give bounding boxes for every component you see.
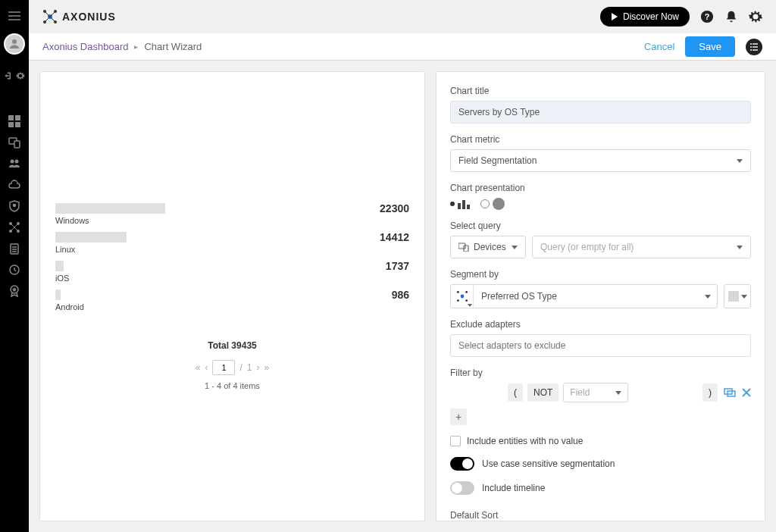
add-filter-button[interactable]: + [450, 408, 467, 425]
svg-rect-4 [8, 115, 14, 120]
hamburger-icon[interactable] [8, 11, 20, 21]
subbar: Axonius Dashboard ▸ Chart Wizard Cancel … [29, 33, 776, 61]
chart-title-input[interactable] [450, 101, 751, 124]
include-no-value-checkbox[interactable] [450, 436, 461, 446]
filter-remove-icon[interactable] [742, 388, 751, 397]
gear-icon[interactable] [16, 71, 25, 80]
case-sensitive-label: Use case sensitive segmentation [482, 458, 615, 469]
svg-rect-37 [753, 43, 758, 44]
entity-select[interactable]: Devices [450, 236, 526, 258]
include-no-value-label: Include entities with no value [467, 436, 583, 446]
svg-rect-39 [753, 46, 758, 47]
svg-point-36 [750, 43, 752, 45]
svg-point-47 [460, 295, 464, 299]
config-panel: Chart title Chart metric Field Segmentat… [436, 71, 765, 521]
login-icon[interactable] [4, 71, 13, 80]
logo-icon [42, 9, 58, 24]
devices-small-icon [458, 243, 469, 252]
svg-point-38 [750, 46, 752, 48]
last-page-icon[interactable]: » [264, 362, 270, 373]
chevron-down-icon [512, 246, 518, 249]
breadcrumb: Axonius Dashboard ▸ Chart Wizard [42, 41, 202, 52]
first-page-icon[interactable]: « [196, 362, 201, 373]
clipboard-icon[interactable] [8, 243, 20, 255]
filter-close-paren[interactable]: ) [702, 383, 718, 402]
filter-label: Filter by [450, 368, 751, 378]
exclude-adapters-input[interactable] [450, 334, 751, 357]
settings-icon[interactable] [749, 10, 762, 23]
chart-metric-select[interactable]: Field Segmentation [450, 149, 751, 172]
filter-field-select[interactable]: Field [563, 383, 628, 402]
breadcrumb-current: Chart Wizard [144, 41, 202, 52]
presentation-pie[interactable] [480, 198, 505, 210]
svg-point-50 [456, 299, 458, 302]
graph-icon[interactable] [8, 221, 20, 233]
svg-point-51 [465, 299, 468, 302]
svg-rect-7 [15, 122, 20, 127]
items-count: 1 - 4 of 4 items [55, 381, 409, 390]
metric-label: Chart metric [450, 134, 751, 145]
case-sensitive-toggle[interactable] [450, 457, 474, 471]
bar-chart: 22300 Windows 14412 Linux 1737 iOS 986 A… [55, 87, 409, 505]
svg-line-32 [45, 17, 50, 22]
avatar[interactable] [4, 33, 25, 55]
chevron-down-icon [741, 295, 747, 299]
bar-row: 1737 iOS [55, 260, 409, 283]
bar-row: 14412 Linux [55, 231, 409, 254]
filter-open-paren[interactable]: ( [508, 383, 523, 402]
exclude-label: Exclude adapters [450, 319, 751, 330]
breadcrumb-root[interactable]: Axonius Dashboard [42, 41, 128, 52]
segment-color-select[interactable] [724, 284, 751, 308]
bar-chart-icon [458, 199, 470, 209]
cancel-button[interactable]: Cancel [644, 41, 674, 52]
star-badge-icon[interactable] [8, 285, 20, 297]
filter-not-button[interactable]: NOT [527, 383, 559, 402]
main-area: AXONIUS Discover Now ? Axonius Dashboard… [29, 0, 776, 532]
svg-rect-44 [467, 205, 470, 209]
include-timeline-label: Include timeline [482, 483, 545, 493]
sort-label: Default Sort [450, 510, 751, 521]
chevron-down-icon [737, 246, 743, 249]
history-icon[interactable] [8, 264, 20, 276]
svg-rect-41 [753, 49, 758, 50]
play-icon [611, 13, 618, 20]
save-button[interactable]: Save [685, 36, 735, 57]
presentation-label: Chart presentation [450, 183, 751, 193]
svg-point-40 [750, 49, 752, 51]
devices-icon[interactable] [8, 136, 20, 149]
page-input[interactable] [212, 360, 235, 375]
svg-point-10 [11, 160, 14, 164]
users-icon[interactable] [8, 158, 20, 170]
list-menu-button[interactable] [746, 39, 762, 55]
chevron-right-icon: ▸ [134, 42, 138, 51]
query-select[interactable]: Query (or empty for all) [532, 236, 751, 258]
bar-row: 22300 Windows [55, 202, 409, 225]
filter-copy-icon[interactable] [724, 388, 736, 397]
svg-rect-43 [462, 200, 465, 209]
page-total: 1 [247, 362, 252, 373]
chevron-down-icon [468, 304, 472, 307]
segment-label: Segment by [450, 269, 751, 280]
bell-icon[interactable] [724, 10, 738, 23]
pie-chart-icon [493, 198, 505, 210]
presentation-bar[interactable] [450, 199, 470, 209]
chevron-down-icon [705, 295, 711, 299]
segment-field-select[interactable]: Preferred OS Type [450, 284, 718, 308]
help-icon[interactable]: ? [700, 10, 714, 23]
dashboard-icon[interactable] [8, 115, 20, 127]
discover-button[interactable]: Discover Now [600, 7, 690, 27]
chevron-down-icon [737, 159, 743, 163]
svg-rect-42 [458, 203, 461, 209]
svg-point-49 [465, 291, 468, 293]
svg-line-31 [50, 11, 55, 17]
svg-rect-9 [14, 141, 20, 148]
prev-page-icon[interactable]: ‹ [205, 362, 208, 373]
chevron-down-icon [615, 391, 621, 395]
next-page-icon[interactable]: › [257, 362, 260, 373]
cloud-icon[interactable] [8, 179, 20, 191]
left-sidebar [0, 0, 29, 532]
pager: « ‹ / 1 › » [55, 360, 409, 375]
shield-icon[interactable] [8, 200, 20, 212]
logo[interactable]: AXONIUS [42, 9, 116, 24]
include-timeline-toggle[interactable] [450, 481, 474, 495]
